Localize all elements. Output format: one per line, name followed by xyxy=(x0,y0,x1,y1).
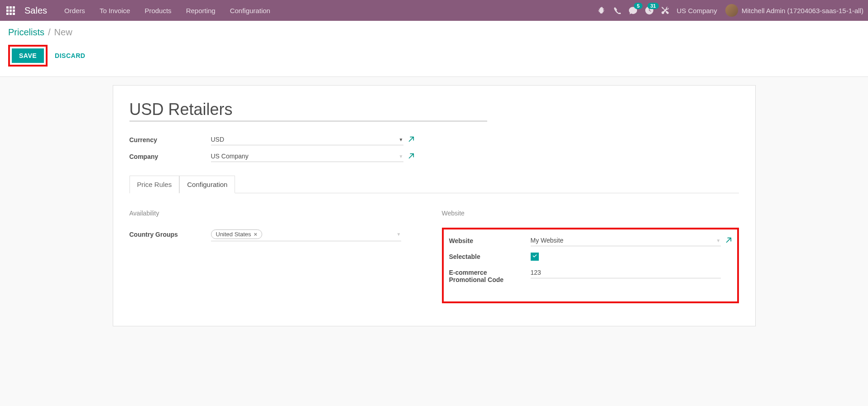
website-select[interactable]: My Website ▼ xyxy=(531,235,721,246)
breadcrumb-pricelists[interactable]: Pricelists xyxy=(8,27,44,38)
pricelist-name-input[interactable] xyxy=(129,98,487,121)
nav-to-invoice[interactable]: To Invoice xyxy=(100,7,130,14)
website-value: My Website xyxy=(531,237,716,244)
user-menu[interactable]: Mitchell Admin (17204063-saas-15-1-all) xyxy=(725,4,863,17)
company-select[interactable]: US Company ▼ xyxy=(211,151,403,162)
messages-badge: 5 xyxy=(634,3,642,9)
avatar xyxy=(725,4,738,17)
company-label: Company xyxy=(129,153,211,160)
discard-button[interactable]: Discard xyxy=(55,52,85,59)
nav-orders[interactable]: Orders xyxy=(64,7,85,14)
currency-label: Currency xyxy=(129,136,211,143)
selectable-checkbox[interactable] xyxy=(531,253,539,261)
country-groups-label: Country Groups xyxy=(129,231,211,238)
messages-icon[interactable]: 5 xyxy=(629,6,637,14)
phone-icon[interactable] xyxy=(614,7,621,14)
country-groups-input[interactable]: United States × ▼ xyxy=(211,228,401,241)
country-tag-remove-icon[interactable]: × xyxy=(254,231,258,238)
currency-external-link-icon[interactable] xyxy=(408,136,414,143)
apps-menu-icon[interactable] xyxy=(5,5,16,16)
website-highlight-box: Website My Website ▼ xyxy=(442,228,739,303)
user-name: Mitchell Admin (17204063-saas-15-1-all) xyxy=(742,7,863,14)
currency-select[interactable]: USD ▼ xyxy=(211,134,403,145)
save-highlight-box: Save xyxy=(8,45,48,67)
chevron-down-icon: ▼ xyxy=(716,238,721,243)
company-value: US Company xyxy=(211,153,399,160)
tab-configuration[interactable]: Configuration xyxy=(179,176,235,193)
availability-section-title: Availability xyxy=(129,210,415,217)
website-external-link-icon[interactable] xyxy=(725,237,732,244)
form-sheet: Currency USD ▼ Company US Company ▼ xyxy=(113,85,756,326)
company-external-link-icon[interactable] xyxy=(408,153,414,160)
chevron-down-icon: ▼ xyxy=(399,154,403,159)
bug-icon[interactable] xyxy=(597,6,605,14)
app-title[interactable]: Sales xyxy=(24,5,47,16)
currency-value: USD xyxy=(211,136,399,143)
breadcrumb-current: New xyxy=(54,27,72,38)
control-panel: Pricelists / New Save Discard xyxy=(0,21,868,77)
country-tag: United States × xyxy=(211,229,263,239)
breadcrumb: Pricelists / New xyxy=(8,27,860,38)
country-tag-text: United States xyxy=(216,231,251,238)
top-navbar: Sales Orders To Invoice Products Reporti… xyxy=(0,0,868,21)
breadcrumb-separator: / xyxy=(48,27,51,38)
website-field-label: Website xyxy=(449,237,531,244)
ecommerce-code-label: E-commerce Promotional Code xyxy=(449,267,531,283)
company-switcher[interactable]: US Company xyxy=(677,7,717,14)
tabs: Price Rules Configuration xyxy=(129,176,739,193)
chevron-down-icon: ▼ xyxy=(399,137,403,142)
nav-products[interactable]: Products xyxy=(144,7,171,14)
website-section-title: Website xyxy=(442,210,739,217)
save-button[interactable]: Save xyxy=(12,48,44,63)
chevron-down-icon: ▼ xyxy=(397,232,401,237)
tab-price-rules[interactable]: Price Rules xyxy=(129,176,180,193)
tools-icon[interactable] xyxy=(662,7,669,14)
nav-reporting[interactable]: Reporting xyxy=(186,7,216,14)
activity-icon[interactable]: 31 xyxy=(645,6,653,14)
activity-badge: 31 xyxy=(647,3,658,9)
nav-configuration[interactable]: Configuration xyxy=(230,7,270,14)
selectable-label: Selectable xyxy=(449,253,531,260)
ecommerce-code-input[interactable] xyxy=(531,267,721,278)
